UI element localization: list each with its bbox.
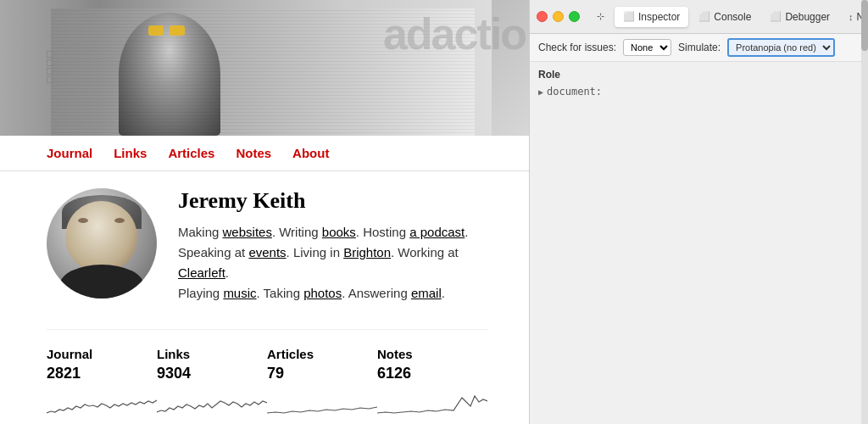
link-photos[interactable]: photos <box>303 286 342 300</box>
avatar <box>47 188 157 298</box>
role-section-label: Role <box>538 69 860 81</box>
tab-console-label: Console <box>714 11 751 23</box>
role-expand-icon: ▶ <box>538 87 543 97</box>
tab-inspector[interactable]: ⬜ Inspector <box>615 7 688 27</box>
check-issues-label: Check for issues: <box>538 42 616 53</box>
link-podcast[interactable]: a podcast <box>409 225 465 239</box>
devtools-scrollbar[interactable] <box>861 0 868 424</box>
accessibility-icon: ⊹ <box>597 11 604 22</box>
link-brighton[interactable]: Brighton <box>343 245 391 259</box>
traffic-light-red[interactable] <box>537 11 548 22</box>
stat-journal: Journal 2821 <box>47 347 157 418</box>
sparkline-articles <box>267 389 377 415</box>
profile-section: Jeremy Keith Making websites. Writing bo… <box>47 188 487 304</box>
profile-text: Jeremy Keith Making websites. Writing bo… <box>178 188 487 304</box>
nav-journal[interactable]: Journal <box>47 142 92 164</box>
avatar-face <box>65 201 137 273</box>
tab-inspector-label: Inspector <box>638 11 680 23</box>
site-header: adactio <box>0 0 534 136</box>
nav-notes[interactable]: Notes <box>236 142 271 164</box>
stat-journal-label: Journal <box>47 347 157 361</box>
stat-links-count: 9304 <box>157 365 267 382</box>
profile-name: Jeremy Keith <box>178 188 487 214</box>
nav-links[interactable]: Links <box>114 142 147 164</box>
simulate-select[interactable]: Protanopia (no red) <box>727 38 835 57</box>
tab-accessibility[interactable]: ⊹ <box>588 7 613 26</box>
simulate-label: Simulate: <box>678 42 721 53</box>
stat-articles: Articles 79 <box>267 347 377 418</box>
sparkline-journal <box>47 389 157 415</box>
site-content: Jeremy Keith Making websites. Writing bo… <box>0 171 534 424</box>
devtools-toolbar: ⊹ ⬜ Inspector ⬜ Console ⬜ Debugger ↕ Net… <box>530 0 868 34</box>
sparkline-notes <box>377 389 487 415</box>
inspector-icon: ⬜ <box>623 11 635 22</box>
nav-articles[interactable]: Articles <box>168 142 214 164</box>
devtools-scrollbar-thumb[interactable] <box>861 0 868 51</box>
site-nav: Journal Links Articles Notes About <box>0 136 534 171</box>
link-websites[interactable]: websites <box>223 225 272 239</box>
role-tree: Role ▶ document: <box>530 62 868 424</box>
profile-bio-3: Playing music. Taking photos. Answering … <box>178 283 487 304</box>
website-panel: adactio Journal Links Articles Notes Abo… <box>0 0 534 424</box>
stat-notes-count: 6126 <box>377 365 487 382</box>
stat-journal-count: 2821 <box>47 365 157 382</box>
link-books[interactable]: books <box>322 225 356 239</box>
devtools-panel: ⊹ ⬜ Inspector ⬜ Console ⬜ Debugger ↕ Net… <box>529 0 868 424</box>
traffic-light-green[interactable] <box>569 11 580 22</box>
sparkline-links <box>157 389 267 415</box>
profile-bio-1: Making websites. Writing books. Hosting … <box>178 222 487 243</box>
stat-links-label: Links <box>157 347 267 361</box>
role-document-item[interactable]: ▶ document: <box>538 84 860 99</box>
link-clearleft[interactable]: Clearleft <box>178 265 225 280</box>
tab-debugger-label: Debugger <box>785 11 830 23</box>
role-document-node: document: <box>547 86 602 98</box>
traffic-lights <box>537 11 580 22</box>
link-music[interactable]: music <box>223 286 256 300</box>
check-issues-select[interactable]: None <box>623 39 671 56</box>
stat-articles-count: 79 <box>267 365 377 382</box>
nav-about[interactable]: About <box>292 142 329 164</box>
traffic-light-yellow[interactable] <box>553 11 564 22</box>
stat-notes-label: Notes <box>377 347 487 361</box>
debugger-icon: ⬜ <box>770 11 782 22</box>
stat-links: Links 9304 <box>157 347 267 418</box>
stat-notes: Notes 6126 <box>377 347 487 418</box>
console-icon: ⬜ <box>698 11 710 22</box>
link-email[interactable]: email <box>411 286 442 300</box>
site-logo: adactio <box>383 8 526 59</box>
network-icon: ↕ <box>849 12 854 22</box>
tab-debugger[interactable]: ⬜ Debugger <box>761 7 838 27</box>
tab-console[interactable]: ⬜ Console <box>690 7 760 27</box>
stats-section: Journal 2821 Links 9304 Articles 79 <box>47 329 487 418</box>
stat-articles-label: Articles <box>267 347 377 361</box>
profile-bio-2: Speaking at events. Living in Brighton. … <box>178 243 487 283</box>
a11y-toolbar: Check for issues: None Simulate: Protano… <box>530 34 868 62</box>
link-events[interactable]: events <box>248 245 286 259</box>
avatar-body <box>59 265 144 298</box>
